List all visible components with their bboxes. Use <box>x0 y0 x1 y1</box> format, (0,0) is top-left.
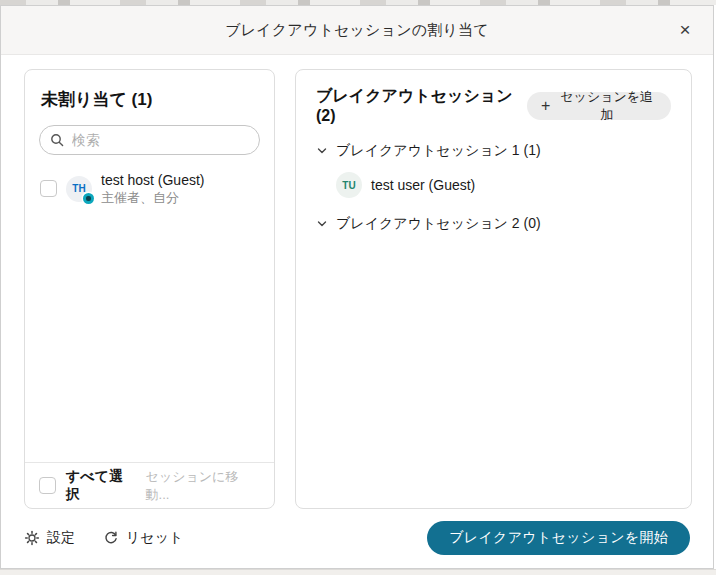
member-name: test user (Guest) <box>371 177 475 193</box>
settings-button[interactable]: 設定 <box>24 529 75 547</box>
background-window-bottom <box>0 569 716 575</box>
search-box[interactable] <box>39 125 260 155</box>
search-icon <box>50 133 64 147</box>
reset-label: リセット <box>126 529 183 547</box>
sessions-panel: ブレイクアウトセッション (2) + セッションを追加 ブレイクアウトセッション… <box>295 69 692 509</box>
avatar-initials: TU <box>342 180 355 191</box>
participant-checkbox[interactable] <box>40 180 57 197</box>
sessions-header: ブレイクアウトセッション (2) <box>316 86 527 125</box>
avatar: TU <box>336 172 362 198</box>
dialog-footer: 設定 リセット ブレイクアウトセッションを開始 <box>1 508 713 568</box>
add-session-button[interactable]: + セッションを追加 <box>527 92 671 120</box>
breakout-session-dialog: ブレイクアウトセッションの割り当て × 未割り当て (1) TH <box>0 5 714 569</box>
move-to-session-link[interactable]: セッションに移動... <box>146 468 260 504</box>
chevron-down-icon <box>316 218 328 230</box>
reset-button[interactable]: リセット <box>103 529 183 547</box>
session-row-2[interactable]: ブレイクアウトセッション 2 (0) <box>316 215 671 233</box>
presence-badge-icon <box>83 193 94 204</box>
unassigned-header: 未割り当て (1) <box>41 88 260 111</box>
dialog-titlebar: ブレイクアウトセッションの割り当て × <box>1 6 713 55</box>
close-icon: × <box>679 19 690 40</box>
select-all-checkbox[interactable] <box>39 477 56 494</box>
session-member-row[interactable]: TU test user (Guest) <box>336 172 671 198</box>
start-breakout-button[interactable]: ブレイクアウトセッションを開始 <box>427 521 690 555</box>
start-breakout-label: ブレイクアウトセッションを開始 <box>449 529 668 545</box>
unassigned-panel: 未割り当て (1) TH test host (Guest) 主催者、自分 <box>24 69 275 509</box>
session-label: ブレイクアウトセッション 1 (1) <box>336 142 541 160</box>
chevron-down-icon <box>316 145 328 157</box>
select-all-label: すべて選択 <box>66 468 136 504</box>
gear-icon <box>24 530 40 546</box>
refresh-icon <box>103 530 119 546</box>
avatar: TH <box>66 176 92 202</box>
session-row-1[interactable]: ブレイクアウトセッション 1 (1) <box>316 142 671 160</box>
participant-name: test host (Guest) <box>101 171 204 189</box>
dialog-title: ブレイクアウトセッションの割り当て <box>225 21 489 40</box>
participant-role: 主催者、自分 <box>101 189 204 206</box>
unassigned-panel-footer: すべて選択 セッションに移動... <box>25 462 274 508</box>
plus-icon: + <box>541 98 550 114</box>
close-button[interactable]: × <box>671 16 699 44</box>
session-label: ブレイクアウトセッション 2 (0) <box>336 215 541 233</box>
avatar-initials: TH <box>72 183 85 194</box>
participant-row[interactable]: TH test host (Guest) 主催者、自分 <box>39 171 260 206</box>
add-session-label: セッションを追加 <box>556 88 657 124</box>
settings-label: 設定 <box>47 529 75 547</box>
search-input[interactable] <box>70 131 255 149</box>
